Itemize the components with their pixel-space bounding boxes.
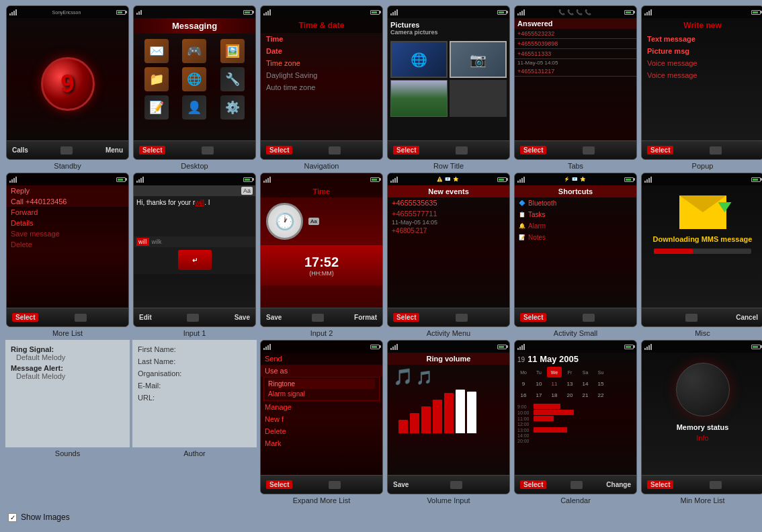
expand-ringtone[interactable]: Ringtone [268,379,375,389]
expand-delete[interactable]: Delete [261,425,382,437]
activity-contact2[interactable]: +4655577711 [388,208,509,219]
select-btn-desktop[interactable]: Select [139,146,165,154]
td-item-auto[interactable]: Auto time zone [261,81,382,93]
expand-mark[interactable]: Mark [261,437,382,449]
input-text-area[interactable]: Hi, thanks for your rwill. I [134,196,255,236]
nav-btn-popup[interactable] [710,146,722,154]
msg-icon-note[interactable]: 📝 [139,95,174,120]
nav-btn-i2[interactable] [312,314,324,322]
msg-icon-games[interactable]: 🖼️ [215,39,250,64]
cal-d15[interactable]: 15 [593,378,608,389]
nav-btn-pic[interactable] [456,146,468,154]
expand-alarm[interactable]: Alarm signal [268,389,375,399]
nav-btn-mem[interactable] [710,481,722,489]
activity-contact1[interactable]: +4655535635 [388,197,509,208]
nav-btn-ml[interactable] [75,314,87,322]
msg-icon-mms[interactable]: 🎮 [177,39,212,64]
nav-btn-nav[interactable] [329,146,341,154]
shortcut-notes[interactable]: 📝 Notes [515,232,636,243]
contact-4[interactable]: +4655131217 [515,66,636,77]
left-btn-standby[interactable]: Calls [12,146,28,154]
msg-icon-person[interactable]: 👤 [177,95,212,120]
cal-d18[interactable]: 18 [547,390,562,400]
nav-btn-misc[interactable] [685,314,697,322]
expand-manage[interactable]: Manage [261,401,382,413]
activity-contact3[interactable]: +46805ₗ217 [388,226,509,236]
ml-forward[interactable]: Forward [7,207,128,218]
popup-pic-msg[interactable]: Picture msg [642,45,762,57]
ml-details[interactable]: Details [7,218,128,228]
select-btn-popup[interactable]: Select [647,146,673,154]
nav-btn-standby[interactable] [60,146,73,154]
td-item-time[interactable]: Time [261,33,382,45]
td-item-daylight[interactable]: Daylight Saving [261,69,382,81]
msg-icon-wrench[interactable]: ⚙️ [215,95,250,120]
cal-d10[interactable]: 10 [532,378,546,389]
select-btn-mem[interactable]: Select [647,480,673,489]
cal-d13[interactable]: 13 [562,378,577,389]
nav-btn-vol[interactable] [450,481,462,489]
left-btn-i1[interactable]: Edit [139,314,152,321]
select-btn-eml[interactable]: Select [266,480,292,489]
pic-globe[interactable]: 🌐 [390,41,448,78]
left-btn-i2[interactable]: Save [266,314,282,321]
right-btn-i2[interactable]: Format [354,314,377,321]
shortcut-tasks[interactable]: 📋 Tasks [515,209,636,220]
contact-1[interactable]: +4655523232 [515,29,636,39]
enter-key[interactable]: ↵ [178,250,212,270]
select-btn-pic[interactable]: Select [393,146,419,154]
cal-d21[interactable]: 21 [578,390,593,400]
expand-useas[interactable]: Use as [261,365,382,377]
cal-d9[interactable]: 9 [516,378,531,389]
nav-btn-desktop[interactable] [202,146,214,154]
cal-d14[interactable]: 14 [578,378,593,389]
td-item-date[interactable]: Date [261,45,382,57]
msg-icon-folder[interactable]: 📁 [139,67,174,93]
cal-d22[interactable]: 22 [593,390,608,400]
popup-voice-msg2[interactable]: Voice message [642,69,762,81]
msg-icon-tool[interactable]: 🔧 [215,67,250,93]
expand-send[interactable]: Send [261,353,382,365]
cancel-btn-misc[interactable]: Cancel [736,314,758,321]
right-btn-i1[interactable]: Save [235,314,250,321]
popup-voice-msg1[interactable]: Voice message [642,57,762,69]
nav-btn-cal[interactable] [570,481,583,489]
contact-2[interactable]: +46555039898 [515,39,636,49]
msg-icon-sms[interactable]: ✉️ [139,39,174,64]
memory-info[interactable]: Info [642,433,762,443]
time-input-area[interactable]: 17:52 (HH:MM) [261,245,382,285]
msg-icon-globe[interactable]: 🌐 [177,67,212,93]
ml-save[interactable]: Save message [7,228,128,239]
select-btn-tabs[interactable]: Select [520,146,546,154]
cal-d20[interactable]: 20 [562,390,577,400]
select-btn-ml[interactable]: Select [12,313,38,322]
shortcut-bluetooth[interactable]: 🔷 Bluetooth [515,197,636,209]
select-btn-nav[interactable]: Select [266,146,292,154]
cal-d11[interactable]: 11 [547,378,562,389]
contact-3[interactable]: +465511333 [515,49,636,59]
nav-btn-am[interactable] [456,314,468,322]
nav-btn-as[interactable] [583,314,595,322]
cal-d16[interactable]: 16 [516,390,531,400]
select-btn-am[interactable]: Select [393,313,419,322]
pic-camera[interactable]: 📷 [450,41,507,78]
right-btn-standby[interactable]: Menu [105,146,123,154]
nav-btn-tabs[interactable] [583,146,595,154]
select-btn-cal[interactable]: Select [520,480,546,489]
ml-call[interactable]: Call +440123456 [7,196,128,207]
td-item-timezone[interactable]: Time zone [261,57,382,69]
save-btn-vol[interactable]: Save [393,481,409,488]
ml-delete[interactable]: Delete [7,239,128,250]
show-images-checkbox[interactable]: ✓ [8,513,17,522]
shortcut-alarm[interactable]: 🔔 Alarm [515,220,636,232]
popup-text-msg[interactable]: Text message [642,33,762,45]
select-btn-as[interactable]: Select [520,313,546,322]
ml-reply[interactable]: Reply [7,185,128,196]
change-btn-cal[interactable]: Change [606,481,631,488]
pic-landscape[interactable] [390,80,448,117]
nav-btn-i1[interactable] [187,314,199,322]
nav-btn-eml[interactable] [329,481,341,489]
cal-d17[interactable]: 17 [532,390,546,400]
status-bar-popup [642,6,762,18]
expand-newf[interactable]: New f [261,413,382,425]
